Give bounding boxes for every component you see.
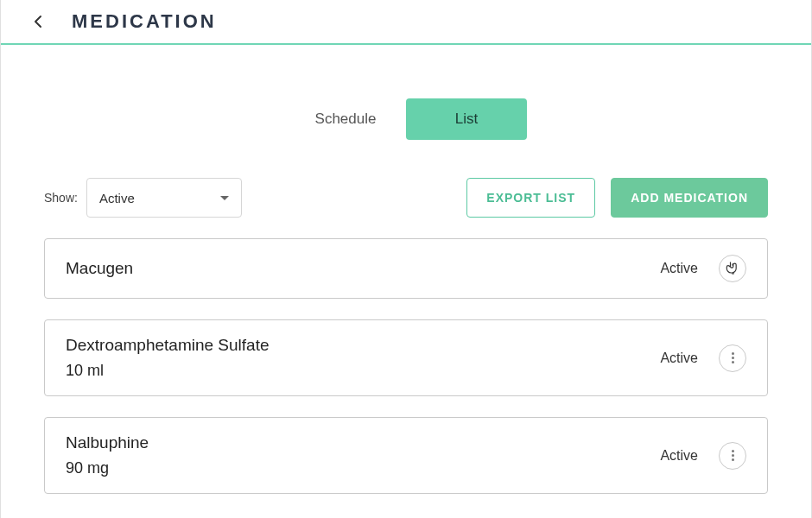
medication-menu-button[interactable] <box>719 255 746 282</box>
medication-menu-button[interactable] <box>719 344 746 372</box>
page-header: MEDICATION <box>1 0 811 45</box>
action-bar: Show: Active EXPORT LIST ADD MEDICATION <box>44 178 768 218</box>
show-filter-select[interactable]: Active <box>86 178 242 218</box>
page-title: MEDICATION <box>72 10 217 33</box>
medication-menu-button[interactable] <box>719 442 746 470</box>
medication-status: Active <box>660 351 698 366</box>
medication-info: Macugen <box>66 259 660 278</box>
medication-dose: 10 ml <box>66 362 660 380</box>
more-vertical-icon <box>732 263 734 275</box>
back-button[interactable] <box>34 15 42 28</box>
chevron-left-icon <box>34 15 42 28</box>
show-filter-value: Active <box>99 191 135 205</box>
medication-name: Dextroamphetamine Sulfate <box>66 336 660 355</box>
tabs: Schedule List <box>44 98 768 140</box>
more-vertical-icon <box>732 450 734 461</box>
content-area: Schedule List Show: Active EXPORT LIST A… <box>1 45 811 518</box>
medication-card[interactable]: Dextroamphetamine Sulfate 10 ml Active <box>44 319 768 396</box>
add-medication-button[interactable]: ADD MEDICATION <box>611 178 768 218</box>
show-label: Show: <box>44 191 78 205</box>
medication-status: Active <box>660 448 698 464</box>
medication-info: Nalbuphine 90 mg <box>66 433 660 477</box>
medication-info: Dextroamphetamine Sulfate 10 ml <box>66 336 660 380</box>
export-list-button[interactable]: EXPORT LIST <box>466 178 595 218</box>
medication-card[interactable]: Macugen Active <box>44 238 768 299</box>
medication-card[interactable]: Nalbuphine 90 mg Active <box>44 417 768 494</box>
medication-status: Active <box>660 261 698 276</box>
tab-list[interactable]: List <box>406 98 527 140</box>
medication-dose: 90 mg <box>66 459 660 477</box>
medication-name: Macugen <box>66 259 660 278</box>
medication-name: Nalbuphine <box>66 433 660 452</box>
caret-down-icon <box>220 196 229 200</box>
more-vertical-icon <box>732 352 734 363</box>
tab-schedule[interactable]: Schedule <box>285 98 406 140</box>
